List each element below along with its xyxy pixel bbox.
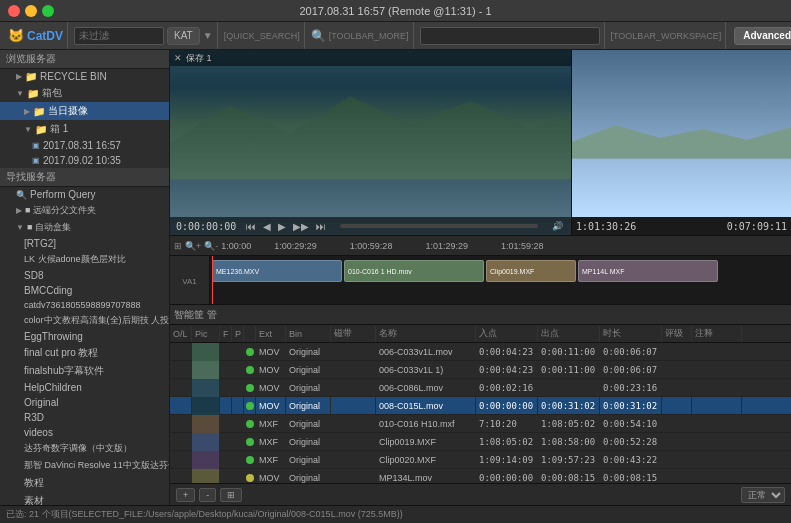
timeline-clip-2[interactable]: 010-C016 1 HD.mov <box>344 260 484 282</box>
cell-duration: 0:00:23:16 <box>600 379 662 396</box>
sidebar-item-sd8[interactable]: SD8 <box>0 268 169 283</box>
cell-in: 0:00:02:16 <box>476 379 538 396</box>
cell-ext: MXF <box>256 415 286 432</box>
filter-input[interactable] <box>74 27 164 45</box>
cell-duration: 0:00:06:07 <box>600 343 662 360</box>
remove-button[interactable]: - <box>199 488 216 502</box>
sidebar-item-label: HelpChildren <box>24 382 82 393</box>
sidebar-item-label: 素材 <box>24 494 44 505</box>
cell-name: Clip0020.MXF <box>376 451 476 468</box>
sidebar-item-help[interactable]: HelpChildren <box>0 380 169 395</box>
left-preview[interactable]: 0:00:00:00 ⏮ ◀ ▶ ▶▶ ⏭ 🔊 ✕ <box>170 50 571 235</box>
sidebar-item-box1[interactable]: ▼ 📁 箱 1 <box>0 120 169 138</box>
table-row[interactable]: MXF Original 010-C016 H10.mxf 7:10:20 1:… <box>170 415 791 433</box>
timeline-tc5-label: 1:01:59:28 <box>501 241 544 251</box>
step-back-button[interactable]: ◀ <box>261 221 273 232</box>
cell-thumb <box>192 397 220 415</box>
status-dot <box>246 384 254 392</box>
close-button[interactable] <box>8 5 20 17</box>
sidebar-item-date1[interactable]: ▣ 2017.08.31 16:57 <box>0 138 169 153</box>
cell-status <box>244 415 256 432</box>
timeline-zoom-fit[interactable]: ⊞ <box>174 241 182 251</box>
table-row[interactable]: MOV Original 006-C086L.mov 0:00:02:16 0:… <box>170 379 791 397</box>
right-preview-frame[interactable] <box>572 50 791 217</box>
sidebar-item-label: Original <box>24 397 58 408</box>
sidebar-item-auto-box[interactable]: ▼ ■ 自动盒集 <box>0 219 169 236</box>
cell-name: Clip0019.MXF <box>376 433 476 450</box>
sidebar-item-remote-folder[interactable]: ▶ ■ 远端分父文件夹 <box>0 202 169 219</box>
cell-duration: 0:00:54:10 <box>600 415 662 432</box>
filter-icon: ▼ <box>203 30 213 41</box>
main-search-input[interactable] <box>420 27 600 45</box>
timeline-content[interactable]: ME1236.MXV 010-C016 1 HD.mov Clip0019.MX… <box>210 256 791 305</box>
tree-expand-icon: ▼ <box>16 223 24 232</box>
sidebar-item-label: [RTG2] <box>24 238 56 249</box>
sidebar-item-bmcc[interactable]: BMCCding <box>0 283 169 298</box>
add-button[interactable]: + <box>176 488 195 502</box>
cell-name: 008-C015L.mov <box>376 397 476 414</box>
table-row[interactable]: MXF Original Clip0020.MXF 1:09:14:09 1:0… <box>170 451 791 469</box>
timeline-zoom-in[interactable]: 🔍+ <box>185 241 201 251</box>
timeline-zoom-out[interactable]: 🔍- <box>204 241 218 251</box>
sidebar-item-date2[interactable]: ▣ 2017.09.02 10:35 <box>0 153 169 168</box>
sidebar-item-material[interactable]: 素材 <box>0 492 169 505</box>
sidebar-item-egg[interactable]: EggThrowing <box>0 329 169 344</box>
sidebar-item-catdv[interactable]: catdv7361805598899707888 <box>0 298 169 312</box>
cell-in: 0:00:04:23 <box>476 343 538 360</box>
timeline-tc2-label: 1:00:29:29 <box>274 241 317 251</box>
cell-band <box>331 397 376 414</box>
grid-button[interactable]: ⊞ <box>220 488 242 502</box>
cell-name: 006-C033v1L.mov <box>376 343 476 360</box>
sidebar-item-recycle[interactable]: ▶ 📁 RECYCLE BIN <box>0 69 169 84</box>
view-select[interactable]: 正常 <box>741 487 785 503</box>
filter-section: KAT ▼ <box>70 22 218 49</box>
minimize-button[interactable] <box>25 5 37 17</box>
cell-bin: Original <box>286 415 331 432</box>
sidebar-item-label: ■ 远端分父文件夹 <box>25 204 96 217</box>
table-row[interactable]: MOV Original 006-C033v1L 1) 0:00:04:23 0… <box>170 361 791 379</box>
timeline-clip-4[interactable]: MP114L MXF <box>578 260 718 282</box>
sidebar-item-label: 箱 1 <box>50 122 68 136</box>
maximize-button[interactable] <box>42 5 54 17</box>
advanced-section: Advanced <box>728 27 791 45</box>
timeline-clip-3[interactable]: Clip0019.MXF <box>486 260 576 282</box>
sidebar-item-zhiji[interactable]: 那智 DaVinci Resolve 11中文版达芬奇官方教程 <box>0 457 169 474</box>
sidebar-nav-header: 导找服务器 <box>0 168 169 187</box>
sidebar-item-original[interactable]: Original <box>0 395 169 410</box>
advanced-button[interactable]: Advanced <box>734 27 791 45</box>
cell-ol <box>170 361 192 378</box>
cell-status <box>244 451 256 468</box>
kat-button[interactable]: KAT <box>167 27 200 45</box>
table-row[interactable]: MOV Original 006-C033v1L.mov 0:00:04:23 … <box>170 343 791 361</box>
table-row[interactable]: MOV Original 008-C015L.mov 0:00:00:00 0:… <box>170 397 791 415</box>
cell-ol <box>170 469 192 483</box>
play-button[interactable]: ▶ <box>276 221 288 232</box>
col-status <box>244 325 256 342</box>
go-end-button[interactable]: ⏭ <box>314 221 328 232</box>
search-section: [QUICK_SEARCH] <box>220 22 305 49</box>
timeline-clip-1[interactable]: ME1236.MXV <box>212 260 342 282</box>
table-row[interactable]: MOV Original MP134L.mov 0:00:00:00 0:00:… <box>170 469 791 483</box>
cell-name: 006-C033v1L 1) <box>376 361 476 378</box>
sidebar-item-color[interactable]: color中文教程高清集(全)后期技 人投集 <box>0 312 169 329</box>
cell-thumb <box>192 343 220 361</box>
table-row[interactable]: MXF Original Clip0019.MXF 1:08:05:02 1:0… <box>170 433 791 451</box>
sidebar-item-daily-camera[interactable]: ▶ 📁 当日摄像 <box>0 102 169 120</box>
sidebar-item-r3d[interactable]: R3D <box>0 410 169 425</box>
cell-bin: Original <box>286 379 331 396</box>
playbar-slider[interactable] <box>340 224 538 228</box>
sidebar-item-boxes[interactable]: ▼ 📁 箱包 <box>0 84 169 102</box>
sidebar-item-tutorial[interactable]: 教程 <box>0 474 169 492</box>
sidebar-item-finalshub[interactable]: finalshub字幕软件 <box>0 362 169 380</box>
sidebar-item-query[interactable]: 🔍 Perform Query <box>0 187 169 202</box>
volume-icon[interactable]: 🔊 <box>550 221 565 231</box>
sidebar-item-rtg2[interactable]: [RTG2] <box>0 236 169 251</box>
sidebar-item-videos[interactable]: videos <box>0 425 169 440</box>
cell-name: MP134L.mov <box>376 469 476 483</box>
go-start-button[interactable]: ⏮ <box>244 221 258 232</box>
sidebar-item-davinci-cn[interactable]: 达芬奇数字调像（中文版） <box>0 440 169 457</box>
sidebar-item-lk[interactable]: LK 火候adone颜色层对比 <box>0 251 169 268</box>
col-rating: 评级 <box>662 325 692 342</box>
sidebar-item-fcp[interactable]: final cut pro 教程 <box>0 344 169 362</box>
step-forward-button[interactable]: ▶▶ <box>291 221 311 232</box>
